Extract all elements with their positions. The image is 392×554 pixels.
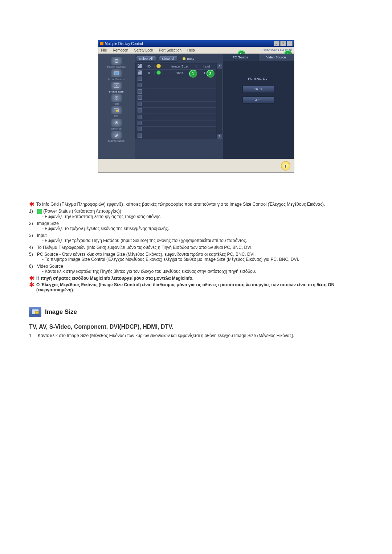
sidebar: Power Control Input Source Image Size Ti… [98,54,135,159]
svg-point-0 [115,59,118,63]
header-checkbox[interactable] [138,64,142,68]
power-status-icon [37,209,42,214]
row-checkbox[interactable] [138,70,142,75]
note-text: Video Source [37,264,63,269]
sidebar-label: Maintenance [108,139,125,143]
row-checkbox[interactable] [138,95,142,100]
note-text: - Εμφανίζει το τρέχον μέγεθος εικόνας τη… [42,226,363,231]
busy-label: Busy [187,57,194,61]
panel-source-label: PC, BNC, DVI [229,75,287,82]
note-text: Το Πλέγμα Πληροφοριών (Info Grid) εμφανί… [37,245,253,250]
info-grid: ID Image Size Input 0 16:9 PC [135,63,217,139]
row-checkbox[interactable] [138,127,142,131]
scroll-down-icon[interactable]: ▼ [217,134,222,139]
note-number: 2) [29,221,37,231]
wrench-icon [111,131,122,139]
app-window: Multiple Display Control _ □ × File Remo… [98,40,294,173]
row-checkbox[interactable] [138,77,142,81]
tab-pc-source[interactable]: PC Source [223,54,258,61]
menubar: File Remocon Safety Lock Port Selection … [98,47,294,54]
info-icon[interactable]: i [281,161,290,171]
tab-video-source[interactable]: Video Source [258,54,294,61]
note-number: 4) [29,245,37,250]
sidebar-time[interactable]: Time [98,94,135,106]
row-checkbox[interactable] [138,121,142,125]
row-checkbox[interactable] [138,83,142,87]
clear-all-button[interactable]: Clear All [159,56,178,62]
power-icon [111,57,122,65]
instruction-list: 1. Κάντε κλικ στο Image Size (Μέγεθος Ει… [29,333,363,338]
header-image-size: Image Size [163,65,197,68]
note-text: - Το πλήκτρο Image Size Control (Έλεγχος… [42,257,363,262]
note-number: 1) [29,209,37,219]
menu-remocon[interactable]: Remocon [110,48,131,52]
image-size-section-icon [29,307,41,317]
sidebar-power[interactable]: Power Control [98,57,135,69]
ratio-4-3-button[interactable]: 4 : 3 [242,97,274,104]
pip-icon [111,106,122,114]
note-text: Image Size [37,221,59,226]
svg-rect-9 [35,311,38,314]
section-heading: Image Size [29,307,363,317]
note-text: Input [37,233,47,238]
note-text: - Κάντε κλικ στην καρτέλα της Πηγής βίντ… [42,269,363,274]
row-power-icon [156,70,161,75]
sidebar-label: Settings [111,127,122,130]
header-power-icon [156,64,161,68]
scroll-up-icon[interactable]: ▲ [217,63,222,69]
workarea: Select All Clear All Busy ID Image Size [135,54,223,159]
sidebar-label: Input Source [108,78,124,81]
section-title: Image Size [45,308,77,316]
row-checkbox[interactable] [138,89,142,94]
row-checkbox[interactable] [138,108,142,112]
row-checkbox[interactable] [138,134,142,138]
star-icon: ✱ [29,276,36,281]
sidebar-label: Image Size [109,90,123,93]
maximize-button[interactable]: □ [280,41,286,46]
window-title: Multiple Display Control [105,42,143,46]
sidebar-settings[interactable]: Settings [98,119,135,130]
sidebar-label: PIP [114,115,119,118]
close-button[interactable]: × [287,41,293,46]
menu-safety[interactable]: Safety Lock [131,48,156,52]
clock-icon [111,94,122,102]
note-number: 5) [29,252,37,262]
menu-file[interactable]: File [98,48,110,52]
sidebar-maintenance[interactable]: Maintenance [98,131,135,143]
note-text: (Power Status (Κατάσταση Λειτουργίας)) [43,209,121,214]
note-number: 3) [29,233,37,243]
sidebar-input[interactable]: Input Source [98,69,135,81]
right-panel: 5 6 PC Source Video Source PC, BNC, DVI … [223,54,294,159]
header-id: ID [144,65,155,68]
row-id: 0 [144,71,155,75]
star-icon: ✱ [29,282,36,292]
input-icon [111,69,122,77]
menu-port[interactable]: Port Selection [156,48,184,52]
busy-dot-icon [183,57,185,60]
note-text: - Εμφανίζει την κατάσταση λειτουργίας τη… [42,214,363,219]
note-number: 6) [29,264,37,274]
row-checkbox[interactable] [138,102,142,106]
note-text: PC Source - Όταν κάνετε κλικ στο Image S… [37,252,256,257]
note-text: Ο Έλεγχος Μεγέθους Εικόνας (Image Size C… [36,282,363,292]
menu-help[interactable]: Help [184,48,198,52]
titlebar: Multiple Display Control _ □ × [98,40,294,47]
sidebar-label: Power Control [107,65,126,69]
table-row[interactable]: 0 16:9 PC [136,69,216,75]
select-all-button[interactable]: Select All [136,56,156,62]
notes-section: ✱ Το Info Grid (Πλέγμα Πληροφοριών) εμφα… [29,202,363,292]
sidebar-image-size[interactable]: Image Size [98,82,135,93]
gear-icon [111,119,122,127]
svg-rect-1 [114,72,118,75]
sidebar-pip[interactable]: PIP [98,106,135,118]
statusbar: i [98,159,294,172]
instruction-text: Κάντε κλικ στο Image Size (Μέγεθος Εικόν… [38,333,363,338]
row-checkbox[interactable] [138,115,142,119]
callout-2: 2 [207,70,215,78]
sidebar-label: Time [113,102,119,106]
vertical-scrollbar[interactable]: ▲ ▼ [217,63,222,139]
note-text: Το Info Grid (Πλέγμα Πληροφοριών) εμφανί… [36,202,363,207]
minimize-button[interactable]: _ [274,41,279,46]
ratio-16-9-button[interactable]: 16 : 9 [242,86,274,93]
instruction-number: 1. [29,333,38,338]
